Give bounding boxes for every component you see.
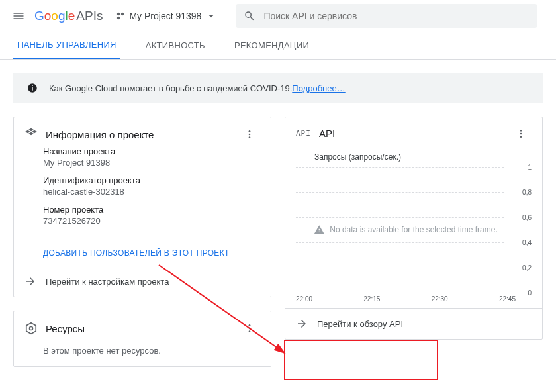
- add-users-link[interactable]: ДОБАВИТЬ ПОЛЬЗОВАТЕЛЕЙ В ЭТОТ ПРОЕКТ: [43, 248, 230, 258]
- tab-dashboard[interactable]: ПАНЕЛЬ УПРАВЛЕНИЯ: [13, 32, 120, 59]
- project-info-card: Информация о проекте Название проекта My…: [13, 117, 271, 297]
- project-name-label: Название проекта: [43, 146, 260, 156]
- svg-point-2: [117, 16, 120, 19]
- search-bar[interactable]: [236, 4, 537, 28]
- api-prefix-icon: API: [296, 129, 311, 138]
- svg-point-7: [249, 134, 251, 136]
- resources-card: Ресурсы В этом проекте нет ресурсов.: [13, 311, 271, 367]
- y-tick: 1: [528, 164, 532, 171]
- project-id-value: helical-castle-302318: [43, 187, 260, 197]
- covid-banner: Как Google Cloud помогает в борьбе с пан…: [13, 73, 543, 103]
- arrow-right-icon: [296, 318, 308, 330]
- hamburger-menu-icon[interactable]: [5, 3, 32, 29]
- resources-empty-text: В этом проекте нет ресурсов.: [14, 340, 271, 366]
- go-settings-label: Перейти к настройкам проекта: [46, 277, 169, 287]
- project-info-icon: [24, 128, 38, 141]
- search-icon: [244, 10, 255, 22]
- project-dots-icon: [116, 11, 125, 21]
- banner-link[interactable]: Подробнее…: [292, 83, 345, 93]
- svg-point-8: [249, 136, 251, 138]
- arrow-right-icon: [24, 275, 36, 287]
- y-tick: 0,4: [522, 239, 532, 246]
- tabs-bar: ПАНЕЛЬ УПРАВЛЕНИЯ АКТИВНОСТЬ РЕКОМЕНДАЦИ…: [0, 32, 556, 60]
- svg-point-9: [30, 327, 33, 330]
- api-menu-icon[interactable]: [516, 128, 532, 139]
- api-title: API: [319, 128, 516, 139]
- resources-title: Ресурсы: [46, 323, 244, 334]
- y-tick: 0,2: [522, 264, 532, 271]
- svg-point-10: [249, 324, 251, 326]
- project-info-menu-icon[interactable]: [244, 129, 260, 140]
- go-api-overview-label: Перейти к обзору API: [317, 319, 403, 329]
- project-name-value: My Project 91398: [43, 158, 260, 168]
- resources-icon: [24, 322, 38, 335]
- api-chart: No data is available for the selected ti…: [296, 167, 532, 293]
- project-info-title: Информация о проекте: [46, 129, 244, 140]
- x-tick: 22:45: [499, 295, 516, 303]
- x-tick: 22:00: [296, 295, 312, 303]
- svg-point-15: [520, 136, 522, 138]
- tab-activity[interactable]: АКТИВНОСТЬ: [142, 32, 209, 59]
- go-to-project-settings[interactable]: Перейти к настройкам проекта: [14, 266, 271, 297]
- svg-point-11: [249, 328, 251, 330]
- svg-rect-4: [32, 87, 33, 91]
- svg-point-13: [520, 130, 522, 132]
- resources-menu-icon[interactable]: [244, 323, 260, 334]
- y-tick: 0: [528, 289, 532, 297]
- x-tick: 22:30: [432, 295, 448, 303]
- svg-point-0: [117, 12, 120, 15]
- chart-title: Запросы (запросы/сек.): [296, 147, 532, 167]
- banner-text: Как Google Cloud помогает в борьбе с пан…: [49, 83, 292, 93]
- project-number-value: 734721526720: [43, 216, 260, 226]
- project-number-label: Номер проекта: [43, 205, 260, 215]
- dropdown-icon: [205, 10, 217, 22]
- project-picker[interactable]: My Project 91398: [111, 6, 222, 26]
- svg-point-1: [121, 12, 124, 15]
- api-card: API API Запросы (запросы/сек.): [285, 117, 543, 340]
- y-tick: 0,6: [522, 214, 532, 221]
- svg-point-14: [520, 132, 522, 134]
- search-input[interactable]: [263, 11, 530, 21]
- project-name: My Project 91398: [129, 11, 201, 21]
- info-icon: [26, 82, 38, 94]
- project-id-label: Идентификатор проекта: [43, 175, 260, 185]
- warning-icon: [314, 224, 324, 235]
- svg-rect-5: [32, 85, 33, 87]
- chart-no-data: No data is available for the selected ti…: [330, 225, 497, 234]
- x-tick: 22:15: [363, 295, 380, 303]
- svg-point-12: [249, 330, 251, 332]
- svg-point-6: [249, 130, 251, 132]
- y-tick: 0,8: [522, 189, 532, 196]
- google-apis-logo: Google APIs: [34, 9, 103, 23]
- go-to-api-overview[interactable]: Перейти к обзору API: [285, 308, 542, 339]
- tab-recommendations[interactable]: РЕКОМЕНДАЦИИ: [230, 32, 313, 59]
